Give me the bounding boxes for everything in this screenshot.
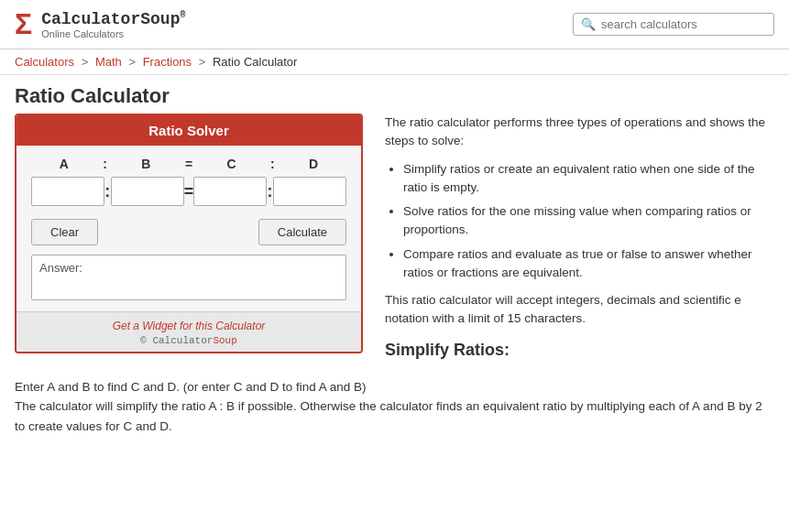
copyright: © CalculatorSoup [22,335,356,346]
ratio-inputs: : = : [31,177,346,206]
search-icon: 🔍 [581,17,596,31]
breadcrumb-calculators[interactable]: Calculators [15,55,74,69]
sigma-icon: Σ [15,7,32,41]
calculate-button[interactable]: Calculate [258,219,346,245]
main-content: Ratio Solver A : B = C : D : = [0,114,789,368]
search-box[interactable]: 🔍 [573,13,774,36]
calc-box: Ratio Solver A : B = C : D : = [15,114,363,353]
input-d[interactable] [273,177,346,206]
bottom-line-2: The calculator will simplify the ratio A… [15,396,774,436]
clear-button[interactable]: Clear [31,219,98,245]
input-a[interactable] [31,177,104,206]
description-bullets: Simplify ratios or create an equivalent … [403,160,774,283]
breadcrumb-current: Ratio Calculator [213,55,298,69]
eq-sign: = [179,157,199,171]
bullet-2: Solve ratios for the one missing value w… [403,202,774,240]
answer-label: Answer: [39,261,82,275]
bullet-3: Compare ratios and evaluate as true or f… [403,245,774,283]
bullet-1: Simplify ratios or create an equivalent … [403,160,774,198]
input-b[interactable] [111,177,184,206]
input-c[interactable] [193,177,267,206]
label-d: D [280,157,346,171]
breadcrumb-sep-1: > [82,55,89,69]
search-input[interactable] [601,17,766,31]
page-title: Ratio Calculator [0,75,789,114]
logo-title: CalculatorSoup® [41,10,185,28]
logo-area: Σ CalculatorSoup® Online Calculators [15,7,185,41]
header: Σ CalculatorSoup® Online Calculators 🔍 [0,0,789,49]
sep-2: : [264,157,280,171]
logo-subtitle: Online Calculators [41,28,185,39]
calculator-container: Ratio Solver A : B = C : D : = [15,114,363,368]
calc-header: Ratio Solver [16,115,361,146]
widget-link[interactable]: Get a Widget for this Calculator [113,320,266,332]
input-sep-1: : [104,182,111,201]
bottom-line-1: Enter A and B to find C and D. (or enter… [15,377,774,397]
breadcrumb-sep-2: > [128,55,136,69]
calc-body: A : B = C : D : = : [16,146,361,311]
answer-box: Answer: [31,255,346,300]
simplify-heading: Simplify Ratios: [385,338,774,363]
input-eq: = [184,182,194,201]
ratio-labels: A : B = C : D [31,157,346,171]
label-b: B [114,157,180,171]
label-c: C [199,157,265,171]
description-note: This ratio calculator will accept intege… [385,291,774,329]
description: The ratio calculator performs three type… [385,114,774,368]
label-a: A [31,157,97,171]
calc-footer: Get a Widget for this Calculator © Calcu… [16,311,361,352]
description-intro: The ratio calculator performs three type… [385,114,774,151]
input-sep-2: : [267,182,273,201]
calc-buttons: Clear Calculate [31,219,346,245]
bottom-text: Enter A and B to find C and D. (or enter… [0,368,789,446]
breadcrumb-fractions[interactable]: Fractions [143,55,192,69]
breadcrumb-math[interactable]: Math [95,55,122,69]
sep-1: : [97,157,114,171]
breadcrumb: Calculators > Math > Fractions > Ratio C… [0,49,789,75]
breadcrumb-sep-3: > [199,55,206,69]
logo-text-area: CalculatorSoup® Online Calculators [41,10,185,39]
